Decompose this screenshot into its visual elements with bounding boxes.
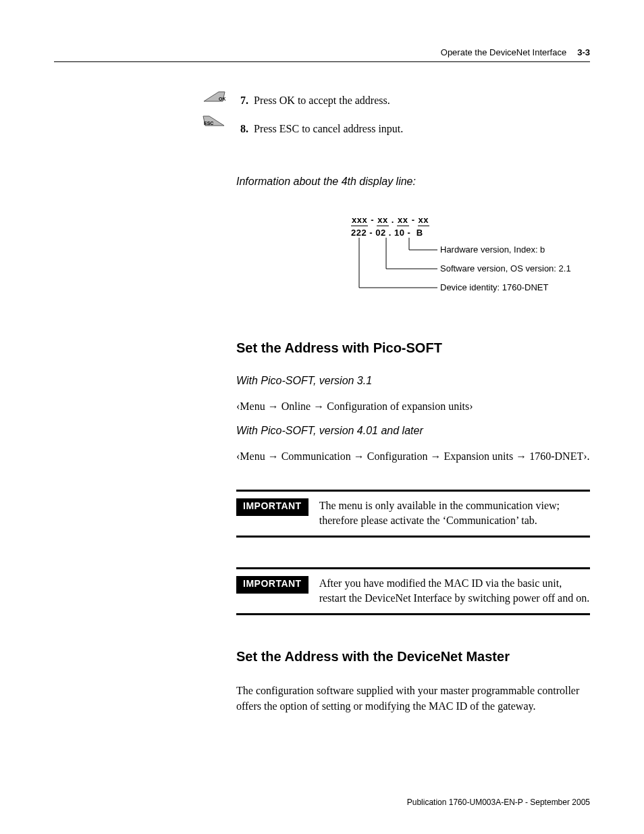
section-heading-picosoft: Set the Address with Pico-SOFT bbox=[236, 340, 590, 356]
page: Operate the DeviceNet Interface 3-3 OK E… bbox=[0, 0, 644, 834]
important-text: After you have modified the MAC ID via t… bbox=[319, 576, 590, 605]
diagram-sample-row: 222 - 02 . 10 - B bbox=[351, 228, 590, 238]
header-section-title: Operate the DeviceNet Interface bbox=[441, 47, 566, 57]
content-column: 7. Press OK to accept the address. 8. Pr… bbox=[236, 95, 590, 714]
callout-software: Software version, OS version: 2.1 bbox=[440, 263, 571, 273]
step-list: 7. Press OK to accept the address. 8. Pr… bbox=[236, 95, 590, 135]
version-subheading-401: With Pico-SOFT, version 4.01 and later bbox=[236, 425, 590, 437]
svg-text:ESC: ESC bbox=[204, 121, 213, 126]
body-paragraph: The configuration software supplied with… bbox=[236, 683, 590, 714]
key-icon-group: OK ESC bbox=[203, 88, 230, 136]
important-label: IMPORTANT bbox=[236, 498, 308, 516]
important-text: The menu is only available in the commun… bbox=[319, 498, 590, 527]
important-box-2: IMPORTANT After you have modified the MA… bbox=[236, 567, 590, 615]
menu-path-31: ‹Menu → Online → Configuration of expans… bbox=[236, 400, 590, 413]
header-page-number: 3-3 bbox=[577, 47, 590, 57]
ok-key-icon: OK bbox=[203, 88, 225, 104]
running-header: Operate the DeviceNet Interface 3-3 bbox=[54, 47, 590, 62]
important-box-1: IMPORTANT The menu is only available in … bbox=[236, 490, 590, 538]
step-number: 8. bbox=[236, 123, 248, 135]
diagram-mask-row: xxx - xx . xx - xx bbox=[351, 215, 590, 225]
display-line-diagram: xxx - xx . xx - xx 222 - 02 . 10 - B Har… bbox=[351, 215, 590, 309]
step-text: Press ESC to cancel address input. bbox=[254, 123, 403, 135]
callout-hardware: Hardware version, Index: b bbox=[440, 244, 545, 255]
version-subheading-31: With Pico-SOFT, version 3.1 bbox=[236, 375, 590, 387]
list-item: 8. Press ESC to cancel address input. bbox=[236, 123, 590, 135]
svg-text:OK: OK bbox=[219, 97, 225, 101]
list-item: 7. Press OK to accept the address. bbox=[236, 95, 590, 107]
important-label: IMPORTANT bbox=[236, 576, 308, 594]
step-text: Press OK to accept the address. bbox=[254, 95, 390, 107]
publication-footer: Publication 1760-UM003A-EN-P - September… bbox=[407, 798, 590, 807]
step-number: 7. bbox=[236, 95, 248, 107]
esc-key-icon: ESC bbox=[203, 112, 225, 128]
callout-identity: Device identity: 1760-DNET bbox=[440, 282, 548, 292]
info-subheading: Information about the 4th display line: bbox=[236, 176, 590, 188]
menu-path-401: ‹Menu → Communication → Configuration → … bbox=[236, 450, 590, 463]
section-heading-devicenet: Set the Address with the DeviceNet Maste… bbox=[236, 649, 590, 664]
